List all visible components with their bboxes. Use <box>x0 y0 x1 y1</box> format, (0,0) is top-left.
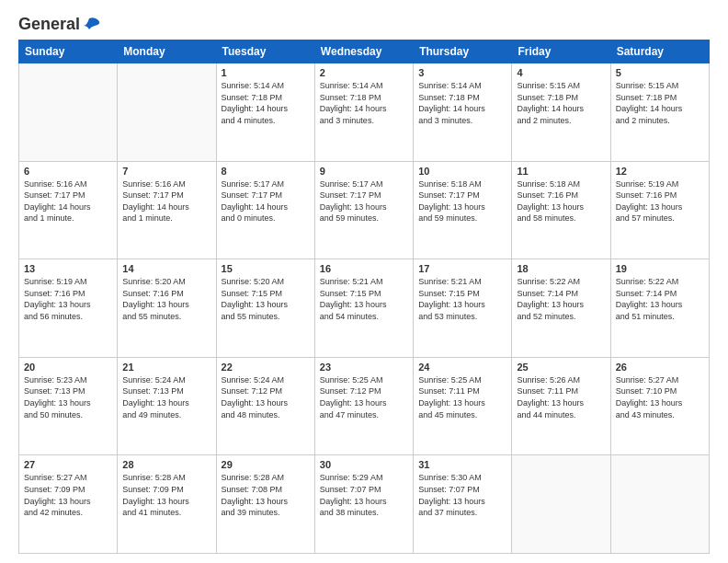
calendar-cell: 31Sunrise: 5:30 AM Sunset: 7:07 PM Dayli… <box>414 455 512 554</box>
calendar-cell: 7Sunrise: 5:16 AM Sunset: 7:17 PM Daylig… <box>118 161 216 259</box>
day-number: 26 <box>616 362 704 373</box>
calendar-cell: 15Sunrise: 5:20 AM Sunset: 7:15 PM Dayli… <box>216 259 314 358</box>
day-info: Sunrise: 5:14 AM Sunset: 7:18 PM Dayligh… <box>320 80 408 126</box>
page: General SundayMondayTuesdayWednesdayThur… <box>0 0 728 563</box>
day-number: 20 <box>24 362 112 373</box>
weekday-header-tuesday: Tuesday <box>216 40 314 63</box>
day-number: 7 <box>122 166 210 177</box>
weekday-header-thursday: Thursday <box>414 40 512 63</box>
day-number: 3 <box>418 67 506 78</box>
day-info: Sunrise: 5:27 AM Sunset: 7:10 PM Dayligh… <box>616 374 704 420</box>
day-number: 25 <box>517 362 605 373</box>
day-number: 27 <box>24 459 112 470</box>
day-number: 19 <box>616 263 704 274</box>
day-number: 17 <box>418 263 506 274</box>
day-number: 22 <box>222 362 310 373</box>
day-number: 9 <box>320 166 408 177</box>
day-info: Sunrise: 5:22 AM Sunset: 7:14 PM Dayligh… <box>616 276 704 322</box>
calendar-cell <box>610 455 709 554</box>
day-info: Sunrise: 5:21 AM Sunset: 7:15 PM Dayligh… <box>320 276 408 322</box>
calendar-cell: 4Sunrise: 5:15 AM Sunset: 7:18 PM Daylig… <box>512 63 610 162</box>
day-number: 6 <box>24 166 112 177</box>
day-number: 1 <box>222 67 310 78</box>
calendar-cell: 17Sunrise: 5:21 AM Sunset: 7:15 PM Dayli… <box>414 259 512 358</box>
calendar-cell <box>118 63 216 162</box>
day-number: 31 <box>418 459 506 470</box>
calendar-week-row: 20Sunrise: 5:23 AM Sunset: 7:13 PM Dayli… <box>19 357 710 455</box>
calendar-cell: 29Sunrise: 5:28 AM Sunset: 7:08 PM Dayli… <box>216 455 314 554</box>
day-number: 11 <box>517 166 605 177</box>
calendar-week-row: 27Sunrise: 5:27 AM Sunset: 7:09 PM Dayli… <box>19 455 710 554</box>
calendar-cell: 24Sunrise: 5:25 AM Sunset: 7:11 PM Dayli… <box>414 357 512 455</box>
calendar-cell: 13Sunrise: 5:19 AM Sunset: 7:16 PM Dayli… <box>19 259 118 358</box>
calendar-cell: 30Sunrise: 5:29 AM Sunset: 7:07 PM Dayli… <box>314 455 413 554</box>
calendar-cell: 5Sunrise: 5:15 AM Sunset: 7:18 PM Daylig… <box>610 63 709 162</box>
day-info: Sunrise: 5:19 AM Sunset: 7:16 PM Dayligh… <box>24 276 112 322</box>
day-info: Sunrise: 5:25 AM Sunset: 7:11 PM Dayligh… <box>418 374 506 420</box>
calendar-cell: 10Sunrise: 5:18 AM Sunset: 7:17 PM Dayli… <box>414 161 512 259</box>
weekday-header-row: SundayMondayTuesdayWednesdayThursdayFrid… <box>19 40 710 63</box>
day-info: Sunrise: 5:30 AM Sunset: 7:07 PM Dayligh… <box>418 472 506 518</box>
header: General <box>18 15 710 30</box>
logo-bird-icon <box>82 17 102 33</box>
day-number: 14 <box>122 263 210 274</box>
calendar-cell <box>512 455 610 554</box>
day-number: 12 <box>616 166 704 177</box>
day-number: 2 <box>320 67 408 78</box>
day-number: 28 <box>122 459 210 470</box>
day-info: Sunrise: 5:28 AM Sunset: 7:09 PM Dayligh… <box>122 472 210 518</box>
day-number: 15 <box>222 263 310 274</box>
calendar-cell: 27Sunrise: 5:27 AM Sunset: 7:09 PM Dayli… <box>19 455 118 554</box>
calendar-cell: 20Sunrise: 5:23 AM Sunset: 7:13 PM Dayli… <box>19 357 118 455</box>
calendar-cell: 6Sunrise: 5:16 AM Sunset: 7:17 PM Daylig… <box>19 161 118 259</box>
calendar-cell <box>19 63 118 162</box>
day-info: Sunrise: 5:15 AM Sunset: 7:18 PM Dayligh… <box>517 80 605 126</box>
weekday-header-monday: Monday <box>118 40 216 63</box>
day-info: Sunrise: 5:29 AM Sunset: 7:07 PM Dayligh… <box>320 472 408 518</box>
calendar-cell: 19Sunrise: 5:22 AM Sunset: 7:14 PM Dayli… <box>610 259 709 358</box>
day-info: Sunrise: 5:24 AM Sunset: 7:12 PM Dayligh… <box>222 374 310 420</box>
day-number: 29 <box>222 459 310 470</box>
calendar-cell: 26Sunrise: 5:27 AM Sunset: 7:10 PM Dayli… <box>610 357 709 455</box>
calendar-cell: 14Sunrise: 5:20 AM Sunset: 7:16 PM Dayli… <box>118 259 216 358</box>
day-info: Sunrise: 5:18 AM Sunset: 7:17 PM Dayligh… <box>418 178 506 224</box>
calendar-cell: 21Sunrise: 5:24 AM Sunset: 7:13 PM Dayli… <box>118 357 216 455</box>
calendar-table: SundayMondayTuesdayWednesdayThursdayFrid… <box>18 40 710 554</box>
day-number: 21 <box>122 362 210 373</box>
calendar-cell: 3Sunrise: 5:14 AM Sunset: 7:18 PM Daylig… <box>414 63 512 162</box>
day-info: Sunrise: 5:22 AM Sunset: 7:14 PM Dayligh… <box>517 276 605 322</box>
day-number: 24 <box>418 362 506 373</box>
logo-general: General <box>18 15 80 34</box>
calendar-cell: 28Sunrise: 5:28 AM Sunset: 7:09 PM Dayli… <box>118 455 216 554</box>
calendar-cell: 16Sunrise: 5:21 AM Sunset: 7:15 PM Dayli… <box>314 259 413 358</box>
day-number: 18 <box>517 263 605 274</box>
day-info: Sunrise: 5:15 AM Sunset: 7:18 PM Dayligh… <box>616 80 704 126</box>
day-info: Sunrise: 5:16 AM Sunset: 7:17 PM Dayligh… <box>122 178 210 224</box>
day-info: Sunrise: 5:20 AM Sunset: 7:16 PM Dayligh… <box>122 276 210 322</box>
day-info: Sunrise: 5:26 AM Sunset: 7:11 PM Dayligh… <box>517 374 605 420</box>
day-number: 30 <box>320 459 408 470</box>
day-info: Sunrise: 5:18 AM Sunset: 7:16 PM Dayligh… <box>517 178 605 224</box>
calendar-cell: 18Sunrise: 5:22 AM Sunset: 7:14 PM Dayli… <box>512 259 610 358</box>
day-info: Sunrise: 5:21 AM Sunset: 7:15 PM Dayligh… <box>418 276 506 322</box>
day-info: Sunrise: 5:24 AM Sunset: 7:13 PM Dayligh… <box>122 374 210 420</box>
calendar-cell: 12Sunrise: 5:19 AM Sunset: 7:16 PM Dayli… <box>610 161 709 259</box>
day-info: Sunrise: 5:20 AM Sunset: 7:15 PM Dayligh… <box>222 276 310 322</box>
day-info: Sunrise: 5:16 AM Sunset: 7:17 PM Dayligh… <box>24 178 112 224</box>
day-number: 16 <box>320 263 408 274</box>
calendar-week-row: 1Sunrise: 5:14 AM Sunset: 7:18 PM Daylig… <box>19 63 710 162</box>
calendar-cell: 25Sunrise: 5:26 AM Sunset: 7:11 PM Dayli… <box>512 357 610 455</box>
day-number: 8 <box>222 166 310 177</box>
day-number: 13 <box>24 263 112 274</box>
day-info: Sunrise: 5:19 AM Sunset: 7:16 PM Dayligh… <box>616 178 704 224</box>
day-number: 4 <box>517 67 605 78</box>
calendar-cell: 9Sunrise: 5:17 AM Sunset: 7:17 PM Daylig… <box>314 161 413 259</box>
day-info: Sunrise: 5:28 AM Sunset: 7:08 PM Dayligh… <box>222 472 310 518</box>
day-info: Sunrise: 5:17 AM Sunset: 7:17 PM Dayligh… <box>320 178 408 224</box>
calendar-week-row: 13Sunrise: 5:19 AM Sunset: 7:16 PM Dayli… <box>19 259 710 358</box>
weekday-header-saturday: Saturday <box>610 40 709 63</box>
day-info: Sunrise: 5:14 AM Sunset: 7:18 PM Dayligh… <box>222 80 310 126</box>
calendar-cell: 2Sunrise: 5:14 AM Sunset: 7:18 PM Daylig… <box>314 63 413 162</box>
calendar-cell: 11Sunrise: 5:18 AM Sunset: 7:16 PM Dayli… <box>512 161 610 259</box>
day-info: Sunrise: 5:14 AM Sunset: 7:18 PM Dayligh… <box>418 80 506 126</box>
